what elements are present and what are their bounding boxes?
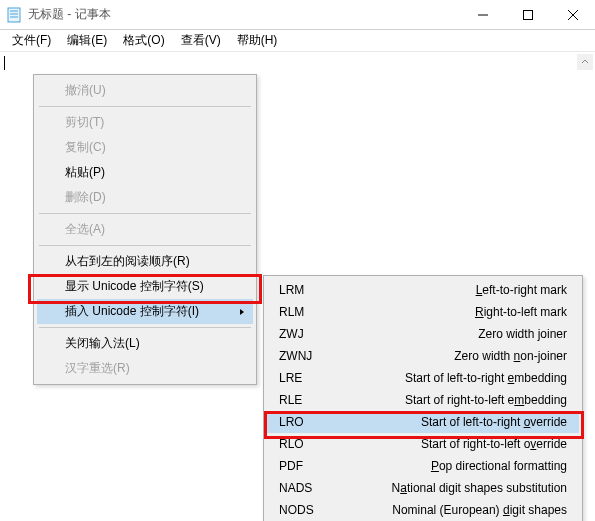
submenu-desc: Start of right-to-left override: [335, 437, 567, 451]
submenu-abbr: RLM: [279, 305, 335, 319]
submenu-desc: Nominal (European) digit shapes: [335, 503, 567, 517]
context-menu: 撤消(U) 剪切(T) 复制(C) 粘贴(P) 删除(D) 全选(A) 从右到左…: [33, 74, 257, 385]
submenu-item-rle[interactable]: RLEStart of right-to-left embedding: [267, 389, 579, 411]
submenu-desc: Pop directional formatting: [335, 459, 567, 473]
submenu-arrow-icon: [239, 305, 245, 319]
submenu-abbr: NODS: [279, 503, 335, 517]
submenu-item-nads[interactable]: NADSNational digit shapes substitution: [267, 477, 579, 499]
menu-close-ime[interactable]: 关闭输入法(L): [37, 331, 253, 356]
text-caret: [4, 56, 5, 70]
submenu-abbr: RLE: [279, 393, 335, 407]
submenu-abbr: LRO: [279, 415, 335, 429]
menu-paste[interactable]: 粘贴(P): [37, 160, 253, 185]
menu-edit[interactable]: 编辑(E): [59, 30, 115, 51]
minimize-button[interactable]: [460, 0, 505, 30]
unicode-submenu: LRMLeft-to-right markRLMRight-to-left ma…: [263, 275, 583, 521]
menu-rtl-reading[interactable]: 从右到左的阅读顺序(R): [37, 249, 253, 274]
submenu-item-lro[interactable]: LROStart of left-to-right override: [267, 411, 579, 433]
submenu-abbr: PDF: [279, 459, 335, 473]
submenu-item-lrm[interactable]: LRMLeft-to-right mark: [267, 279, 579, 301]
menu-show-unicode[interactable]: 显示 Unicode 控制字符(S): [37, 274, 253, 299]
menubar: 文件(F) 编辑(E) 格式(O) 查看(V) 帮助(H): [0, 30, 595, 52]
titlebar[interactable]: 无标题 - 记事本: [0, 0, 595, 30]
submenu-item-nods[interactable]: NODSNominal (European) digit shapes: [267, 499, 579, 521]
submenu-desc: Start of left-to-right override: [335, 415, 567, 429]
menu-undo[interactable]: 撤消(U): [37, 78, 253, 103]
notepad-icon: [6, 7, 22, 23]
menu-insert-unicode[interactable]: 插入 Unicode 控制字符(I): [37, 299, 253, 324]
svg-rect-0: [8, 8, 20, 22]
menu-copy[interactable]: 复制(C): [37, 135, 253, 160]
menu-item-label: 插入 Unicode 控制字符(I): [65, 304, 199, 318]
submenu-item-pdf[interactable]: PDFPop directional formatting: [267, 455, 579, 477]
submenu-item-zwj[interactable]: ZWJZero width joiner: [267, 323, 579, 345]
submenu-abbr: NADS: [279, 481, 335, 495]
menu-view[interactable]: 查看(V): [173, 30, 229, 51]
submenu-item-lre[interactable]: LREStart of left-to-right embedding: [267, 367, 579, 389]
menu-separator: [39, 327, 251, 328]
scroll-up-button[interactable]: [577, 54, 593, 70]
submenu-item-rlo[interactable]: RLOStart of right-to-left override: [267, 433, 579, 455]
menu-format[interactable]: 格式(O): [115, 30, 172, 51]
menu-separator: [39, 106, 251, 107]
submenu-item-rlm[interactable]: RLMRight-to-left mark: [267, 301, 579, 323]
submenu-abbr: ZWNJ: [279, 349, 335, 363]
submenu-desc: Start of right-to-left embedding: [335, 393, 567, 407]
maximize-button[interactable]: [505, 0, 550, 30]
window-buttons: [460, 0, 595, 30]
menu-file[interactable]: 文件(F): [4, 30, 59, 51]
svg-rect-5: [523, 10, 532, 19]
window-title: 无标题 - 记事本: [28, 6, 460, 23]
menu-separator: [39, 245, 251, 246]
menu-separator: [39, 213, 251, 214]
submenu-abbr: ZWJ: [279, 327, 335, 341]
submenu-abbr: LRM: [279, 283, 335, 297]
menu-select-all[interactable]: 全选(A): [37, 217, 253, 242]
submenu-desc: Right-to-left mark: [335, 305, 567, 319]
menu-delete[interactable]: 删除(D): [37, 185, 253, 210]
menu-help[interactable]: 帮助(H): [229, 30, 286, 51]
submenu-desc: Zero width non-joiner: [335, 349, 567, 363]
submenu-abbr: RLO: [279, 437, 335, 451]
submenu-abbr: LRE: [279, 371, 335, 385]
menu-cut[interactable]: 剪切(T): [37, 110, 253, 135]
submenu-desc: Start of left-to-right embedding: [335, 371, 567, 385]
submenu-desc: National digit shapes substitution: [335, 481, 567, 495]
menu-reconvert[interactable]: 汉字重选(R): [37, 356, 253, 381]
submenu-desc: Left-to-right mark: [335, 283, 567, 297]
close-button[interactable]: [550, 0, 595, 30]
submenu-desc: Zero width joiner: [335, 327, 567, 341]
submenu-item-zwnj[interactable]: ZWNJZero width non-joiner: [267, 345, 579, 367]
